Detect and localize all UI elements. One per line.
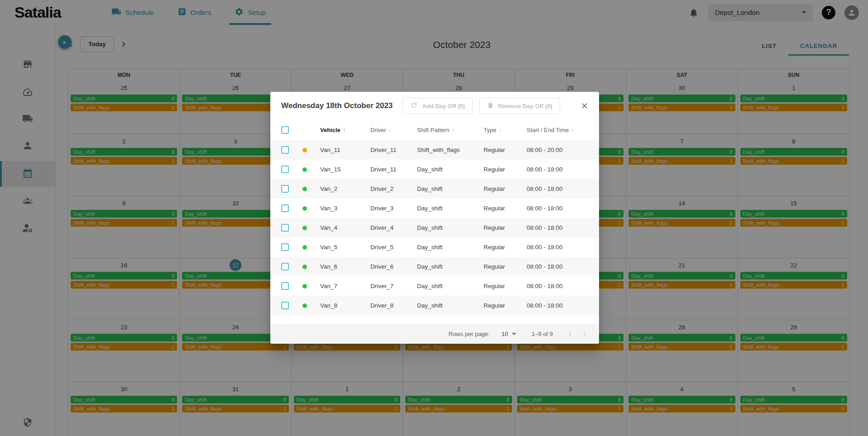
row-checkbox[interactable] [281, 166, 289, 173]
row-checkbox[interactable] [281, 282, 289, 290]
type-cell: Regular [484, 166, 527, 173]
driver-cell: Driver_11 [370, 166, 417, 173]
vehicle-cell: Van_7 [320, 283, 370, 289]
status-dot-green [302, 226, 307, 230]
status-dot-green [302, 303, 307, 308]
column-label: Vehicle [320, 127, 340, 133]
remove-day-off-button[interactable]: Remove Day Off (0) [479, 98, 560, 114]
rows-per-page-select[interactable]: 10 [502, 331, 516, 337]
time-cell: 08:00 - 18:00 [527, 302, 599, 309]
type-cell: Regular [484, 263, 527, 270]
status-dot-orange [302, 148, 307, 152]
status-cell [298, 265, 320, 269]
table-row[interactable]: Van_3Driver_3Day_shiftRegular08:00 - 18:… [270, 199, 599, 218]
vehicle-cell: Van_2 [320, 185, 370, 192]
time-cell: 08:00 - 18:00 [527, 283, 599, 289]
sync-icon [410, 101, 418, 110]
status-dot-green [302, 265, 307, 269]
table-row[interactable]: Van_15Driver_11Day_shiftRegular08:00 - 1… [270, 160, 599, 179]
table-row[interactable]: Van_5Driver_5Day_shiftRegular08:00 - 18:… [270, 237, 599, 257]
vehicle-cell: Van_3 [320, 205, 370, 212]
shift-pattern-cell: Day_shift [417, 263, 484, 270]
previous-page-button[interactable] [563, 327, 577, 341]
type-cell: Regular [484, 205, 527, 212]
shift-pattern-cell: Shift_with_flags [417, 147, 484, 153]
status-cell [298, 167, 320, 172]
remove-day-off-label: Remove Day Off (0) [498, 103, 552, 109]
time-cell: 08:00 - 18:00 [527, 263, 599, 270]
row-checkbox[interactable] [281, 243, 289, 251]
sort-arrow-icon: ↑ [499, 127, 502, 134]
row-checkbox[interactable] [281, 224, 289, 232]
shift-pattern-cell: Day_shift [417, 283, 484, 289]
status-dot-green [302, 284, 307, 289]
column-header-shift-pattern[interactable]: Shift Pattern↑ [417, 127, 484, 134]
status-cell [298, 187, 320, 191]
table-row[interactable]: Van_2Driver_2Day_shiftRegular08:00 - 18:… [270, 179, 599, 199]
type-cell: Regular [484, 224, 527, 231]
row-checkbox[interactable] [281, 302, 289, 309]
pagination-range: 1–9 of 9 [532, 331, 553, 337]
column-header-driver[interactable]: Driver↑ [370, 127, 417, 134]
vehicle-cell: Van_8 [320, 302, 370, 309]
close-icon[interactable] [576, 98, 593, 114]
status-cell [298, 284, 320, 289]
status-dot-green [302, 206, 307, 211]
next-page-button[interactable] [577, 327, 592, 341]
status-cell [298, 148, 320, 152]
shift-pattern-cell: Day_shift [417, 244, 484, 251]
row-checkbox[interactable] [281, 185, 289, 193]
table-row[interactable]: Van_6Driver_6Day_shiftRegular08:00 - 18:… [270, 257, 599, 276]
select-all-checkbox[interactable] [281, 126, 289, 134]
driver-cell: Driver_2 [370, 185, 417, 192]
sort-arrow-icon: ↑ [452, 127, 455, 134]
column-label: Driver [370, 127, 386, 133]
column-header-type[interactable]: Type↑ [484, 127, 527, 134]
rows-per-page-label: Rows per page: [448, 331, 489, 337]
shift-pattern-cell: Day_shift [417, 224, 484, 231]
driver-cell: Driver_8 [370, 302, 417, 309]
type-cell: Regular [484, 302, 527, 309]
status-cell [298, 206, 320, 211]
status-cell [298, 226, 320, 230]
type-cell: Regular [484, 185, 527, 192]
time-cell: 08:00 - 20:00 [527, 147, 599, 153]
table-row[interactable]: Van_8Driver_8Day_shiftRegular08:00 - 18:… [270, 296, 599, 315]
time-cell: 08:00 - 18:00 [527, 205, 599, 212]
vehicle-cell: Van_4 [320, 224, 370, 231]
status-dot-green [302, 167, 307, 172]
column-header-start-end-time[interactable]: Start / End Time↑ [527, 127, 599, 134]
status-cell [298, 303, 320, 308]
vehicle-cell: Van_15 [320, 166, 370, 173]
table-body: Van_11Driver_11Shift_with_flagsRegular08… [270, 140, 599, 315]
add-day-off-button[interactable]: Add Day Off (0) [403, 98, 473, 114]
vehicle-cell: Van_11 [320, 147, 370, 153]
sort-arrow-icon: ↑ [571, 127, 574, 134]
type-cell: Regular [484, 244, 527, 251]
table-pagination: Rows per page: 10 1–9 of 9 [270, 324, 599, 344]
table-row[interactable]: Van_4Driver_4Day_shiftRegular08:00 - 18:… [270, 218, 599, 237]
driver-cell: Driver_5 [370, 244, 417, 251]
shift-pattern-cell: Day_shift [417, 205, 484, 212]
sort-arrow-icon: ↑ [388, 127, 392, 134]
time-cell: 08:00 - 18:00 [527, 166, 599, 173]
driver-cell: Driver_11 [370, 147, 417, 153]
column-header-vehicle[interactable]: Vehicle↑ [320, 127, 370, 134]
row-checkbox[interactable] [281, 204, 289, 212]
time-cell: 08:00 - 18:00 [527, 224, 599, 231]
modal-title: Wednesday 18th October 2023 [281, 101, 393, 110]
table-header: Vehicle↑Driver↑Shift Pattern↑Type↑Start … [270, 120, 599, 140]
driver-cell: Driver_6 [370, 263, 417, 270]
type-cell: Regular [484, 147, 527, 153]
shift-pattern-cell: Day_shift [417, 166, 484, 173]
status-dot-green [302, 187, 307, 191]
row-checkbox[interactable] [281, 263, 289, 270]
status-cell [298, 245, 320, 250]
shift-pattern-cell: Day_shift [417, 302, 484, 309]
table-row[interactable]: Van_11Driver_11Shift_with_flagsRegular08… [270, 140, 599, 160]
table-row[interactable]: Van_7Driver_7Day_shiftRegular08:00 - 18:… [270, 276, 599, 296]
pagination-controls [563, 327, 592, 341]
driver-cell: Driver_3 [370, 205, 417, 212]
vehicle-cell: Van_5 [320, 244, 370, 251]
row-checkbox[interactable] [281, 146, 289, 154]
